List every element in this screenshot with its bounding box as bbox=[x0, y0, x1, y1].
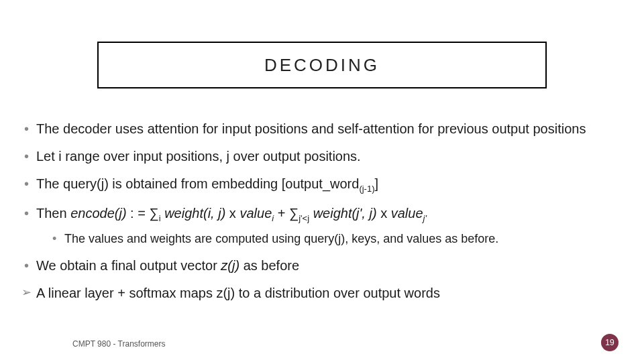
b4-v1: value bbox=[239, 206, 272, 221]
content-area: The decoder uses attention for input pos… bbox=[20, 121, 624, 312]
bullet-2-text: Let i range over input positions, j over… bbox=[36, 149, 361, 164]
bullet-4: Then encode(j) : = ∑i weight(i, j) x val… bbox=[20, 205, 624, 247]
bullet-3-pre: The query(j) is obtained from embedding … bbox=[36, 176, 359, 191]
b4-sub4: j' bbox=[423, 213, 427, 223]
b4-mid4: + ∑ bbox=[274, 206, 299, 221]
bullet-5: We obtain a final output vector z(j) as … bbox=[20, 257, 624, 274]
b4-mid1: : = ∑ bbox=[127, 206, 159, 221]
b4-w2: weight(j', j) bbox=[313, 206, 377, 221]
b4-w1: weight(i, j) bbox=[164, 206, 225, 221]
slide: DECODING The decoder uses attention for … bbox=[0, 0, 644, 362]
b5-post: as before bbox=[239, 258, 299, 273]
title-box: DECODING bbox=[97, 42, 547, 88]
b4-v2: value bbox=[391, 206, 423, 221]
page-number: 19 bbox=[605, 338, 614, 347]
b5-z: z(j) bbox=[221, 258, 239, 273]
b4-sub3: j'<j bbox=[299, 213, 309, 223]
bullet-1-text: The decoder uses attention for input pos… bbox=[36, 121, 586, 136]
b4-pre: Then bbox=[36, 206, 70, 221]
footer: CMPT 980 - Transformers 19 bbox=[0, 333, 644, 349]
bullet-6-text: A linear layer + softmax maps z(j) to a … bbox=[36, 286, 440, 300]
b4-mid3: x bbox=[225, 206, 239, 221]
page-number-badge: 19 bbox=[601, 334, 619, 351]
sub-bullet-list: The values and weights are computed usin… bbox=[36, 231, 624, 247]
bullet-list: The decoder uses attention for input pos… bbox=[20, 121, 624, 302]
b5-pre: We obtain a final output vector bbox=[36, 258, 221, 273]
sub-bullet-1-text: The values and weights are computed usin… bbox=[64, 232, 498, 245]
sub-bullet-1: The values and weights are computed usin… bbox=[48, 231, 624, 247]
bullet-3: The query(j) is obtained from embedding … bbox=[20, 176, 624, 194]
footer-course: CMPT 980 - Transformers bbox=[72, 339, 165, 349]
bullet-3-sub: (j-1) bbox=[359, 184, 374, 194]
bullet-6: A linear layer + softmax maps z(j) to a … bbox=[20, 285, 624, 302]
b4-enc: encode(j) bbox=[70, 206, 126, 221]
bullet-1: The decoder uses attention for input pos… bbox=[20, 121, 624, 137]
bullet-2: Let i range over input positions, j over… bbox=[20, 148, 624, 165]
slide-title: DECODING bbox=[264, 55, 380, 76]
b4-mid6: x bbox=[377, 206, 391, 221]
bullet-3-post: ] bbox=[375, 176, 379, 191]
